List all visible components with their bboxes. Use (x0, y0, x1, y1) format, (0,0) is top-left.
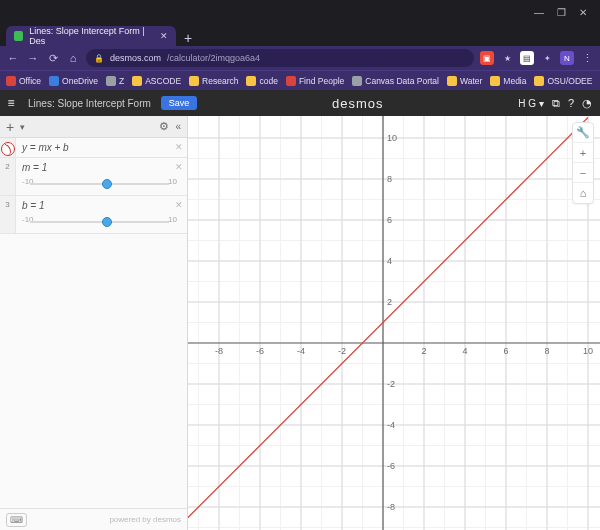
help-icon[interactable]: ? (568, 97, 574, 109)
slider-knob[interactable] (102, 217, 112, 227)
graph-canvas[interactable]: -10-8-6-4-2246810-10-8-6-4-2246810 🔧 + −… (188, 116, 600, 530)
bookmark-item[interactable]: Research (189, 76, 238, 86)
bookmark-item[interactable]: Find People (286, 76, 344, 86)
bookmark-icon (352, 76, 362, 86)
expression-panel: + ▾ ⚙ « ✕ y = mx + b 2 ✕ m = 1 -10 10 (0, 116, 188, 530)
zoom-out-button[interactable]: − (573, 163, 593, 183)
window-minimize-button[interactable]: — (528, 3, 550, 21)
svg-text:-4: -4 (387, 420, 395, 430)
bookmark-icon (6, 76, 16, 86)
bookmark-item[interactable]: Media (490, 76, 526, 86)
bookmark-label: ASCODE (145, 76, 181, 86)
tab-close-icon[interactable]: ✕ (160, 31, 168, 41)
bookmark-item[interactable]: OSU/ODEE (534, 76, 592, 86)
nav-home-button[interactable]: ⌂ (66, 51, 80, 65)
bookmark-label: Media (503, 76, 526, 86)
svg-text:-8: -8 (215, 346, 223, 356)
browser-menu-button[interactable]: ⋮ (580, 51, 594, 65)
slider-label[interactable]: m = 1 (22, 162, 181, 173)
row-delete-icon[interactable]: ✕ (175, 200, 183, 210)
svg-text:2: 2 (387, 297, 392, 307)
save-button[interactable]: Save (161, 96, 198, 110)
panel-settings-icon[interactable]: ⚙ (159, 120, 169, 133)
svg-text:2: 2 (421, 346, 426, 356)
extension-icon[interactable]: ★ (500, 51, 514, 65)
bookmark-label: code (259, 76, 277, 86)
bookmark-label: Research (202, 76, 238, 86)
add-expression-button[interactable]: + (6, 119, 14, 135)
svg-text:-6: -6 (256, 346, 264, 356)
keyboard-toggle-button[interactable]: ⌨ (6, 513, 27, 527)
svg-text:8: 8 (387, 174, 392, 184)
bookmark-icon (490, 76, 500, 86)
bookmark-icon (132, 76, 142, 86)
browser-toolbar: ← → ⟳ ⌂ 🔒 desmos.com/calculator/2imqgoa6… (0, 46, 600, 70)
url-host: desmos.com (110, 53, 161, 63)
axis-labels: -10-8-6-4-2246810-10-8-6-4-2246810 (188, 116, 600, 530)
bookmark-item[interactable]: Z (106, 76, 124, 86)
bookmark-label: Canvas Data Portal (365, 76, 439, 86)
row-index: 2 (0, 158, 16, 195)
expression-row[interactable]: 2 ✕ m = 1 -10 10 (0, 158, 187, 196)
bookmark-item[interactable]: code (246, 76, 277, 86)
tab-favicon (14, 31, 23, 41)
expression-row[interactable]: 3 ✕ b = 1 -10 10 (0, 196, 187, 234)
extension-icon[interactable]: ▣ (480, 51, 494, 65)
row-delete-icon[interactable]: ✕ (175, 162, 183, 172)
extensions-menu-icon[interactable]: ✦ (540, 51, 554, 65)
svg-text:-6: -6 (387, 461, 395, 471)
slider-track[interactable] (30, 221, 169, 223)
row-index (0, 138, 16, 157)
bookmark-icon (106, 76, 116, 86)
svg-text:-2: -2 (338, 346, 346, 356)
zoom-home-button[interactable]: ⌂ (573, 183, 593, 203)
bookmark-icon (189, 76, 199, 86)
bookmark-icon (246, 76, 256, 86)
settings-icon[interactable]: ◔ (582, 97, 592, 110)
bookmark-label: OneDrive (62, 76, 98, 86)
svg-text:6: 6 (387, 215, 392, 225)
expression-text[interactable]: y = mx + b (22, 142, 181, 153)
plot-color-icon[interactable] (1, 142, 15, 156)
new-tab-button[interactable]: + (176, 30, 200, 46)
bookmarks-bar: Office OneDrive Z ASCODE Research code F… (0, 70, 600, 90)
svg-text:4: 4 (462, 346, 467, 356)
slider-m[interactable]: -10 10 (22, 177, 177, 191)
profile-avatar[interactable]: N (560, 51, 574, 65)
expression-row[interactable]: ✕ y = mx + b (0, 138, 187, 158)
window-maximize-button[interactable]: ❐ (550, 3, 572, 21)
bookmark-item[interactable]: Office (6, 76, 41, 86)
zoom-in-button[interactable]: + (573, 143, 593, 163)
bookmark-icon (286, 76, 296, 86)
address-bar[interactable]: 🔒 desmos.com/calculator/2imqgoa6a4 (86, 49, 474, 67)
user-label[interactable]: H G ▾ (518, 98, 544, 109)
slider-b[interactable]: -10 10 (22, 215, 177, 229)
graph-title[interactable]: Lines: Slope Intercept Form (22, 98, 157, 109)
graph-settings-button[interactable]: 🔧 (573, 123, 593, 143)
hamburger-menu-button[interactable]: ≡ (0, 96, 22, 110)
bookmark-item[interactable]: Water (447, 76, 482, 86)
bookmark-item[interactable]: ASCODE (132, 76, 181, 86)
svg-text:10: 10 (583, 346, 593, 356)
add-expression-chevron-icon[interactable]: ▾ (20, 122, 25, 132)
bookmark-item[interactable]: Canvas Data Portal (352, 76, 439, 86)
nav-back-button[interactable]: ← (6, 51, 20, 65)
nav-forward-button[interactable]: → (26, 51, 40, 65)
extension-icon[interactable]: ▤ (520, 51, 534, 65)
bookmark-item[interactable]: OneDrive (49, 76, 98, 86)
panel-footer: ⌨ powered by desmos (0, 508, 187, 530)
panel-collapse-button[interactable]: « (175, 121, 181, 132)
tab-title: Lines: Slope Intercept Form | Des (29, 26, 154, 46)
slider-knob[interactable] (102, 179, 112, 189)
window-close-button[interactable]: ✕ (572, 3, 594, 21)
browser-tab[interactable]: Lines: Slope Intercept Form | Des ✕ (6, 26, 176, 46)
share-icon[interactable]: ⧉ (552, 97, 560, 110)
browser-tabstrip: Lines: Slope Intercept Form | Des ✕ + (0, 24, 600, 46)
svg-text:-2: -2 (387, 379, 395, 389)
row-delete-icon[interactable]: ✕ (175, 142, 183, 152)
svg-text:4: 4 (387, 256, 392, 266)
slider-track[interactable] (30, 183, 169, 185)
bookmark-label: Water (460, 76, 482, 86)
slider-label[interactable]: b = 1 (22, 200, 181, 211)
nav-reload-button[interactable]: ⟳ (46, 51, 60, 65)
